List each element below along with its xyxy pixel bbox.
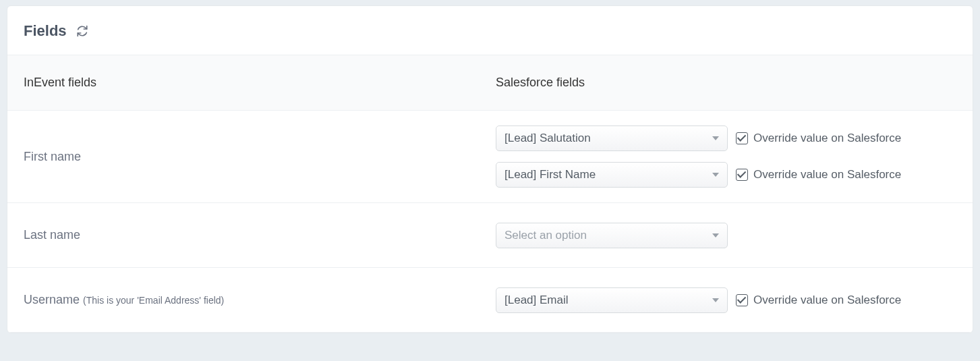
column-header-salesforce: Salesforce fields bbox=[496, 76, 956, 90]
select-value: [Lead] First Name bbox=[505, 168, 596, 182]
field-hint: (This is your 'Email Address' field) bbox=[83, 295, 224, 306]
card-title: Fields bbox=[24, 22, 67, 40]
field-label: Last name bbox=[24, 228, 80, 242]
select-placeholder: Select an option bbox=[505, 229, 587, 242]
table-header: InEvent fields Salesforce fields bbox=[7, 55, 973, 111]
salesforce-field-select[interactable]: [Lead] Email bbox=[496, 287, 728, 313]
override-checkbox-wrap[interactable]: Override value on Salesforce bbox=[736, 294, 901, 307]
select-value: [Lead] Salutation bbox=[505, 132, 591, 145]
field-row-username: Username (This is your 'Email Address' f… bbox=[7, 268, 973, 333]
override-checkbox-wrap[interactable]: Override value on Salesforce bbox=[736, 168, 901, 182]
override-checkbox-wrap[interactable]: Override value on Salesforce bbox=[736, 132, 901, 145]
card-header: Fields bbox=[7, 6, 973, 55]
override-checkbox[interactable] bbox=[736, 132, 748, 144]
salesforce-field-select[interactable]: [Lead] Salutation bbox=[496, 126, 728, 151]
salesforce-field-select[interactable]: [Lead] First Name bbox=[496, 162, 728, 188]
override-label: Override value on Salesforce bbox=[753, 168, 901, 182]
override-checkbox[interactable] bbox=[736, 169, 748, 181]
salesforce-field-select[interactable]: Select an option bbox=[496, 223, 728, 248]
override-label: Override value on Salesforce bbox=[753, 132, 901, 145]
field-label: First name bbox=[24, 150, 81, 163]
column-header-inevent: InEvent fields bbox=[24, 76, 496, 90]
fields-card: Fields InEvent fields Salesforce fields … bbox=[7, 5, 973, 333]
override-checkbox[interactable] bbox=[736, 294, 748, 306]
chevron-down-icon bbox=[712, 298, 719, 302]
field-row-last-name: Last name Select an option bbox=[7, 203, 973, 268]
chevron-down-icon bbox=[712, 233, 719, 238]
field-row-first-name: First name [Lead] Salutation Override va… bbox=[7, 111, 973, 203]
chevron-down-icon bbox=[712, 173, 719, 177]
chevron-down-icon bbox=[712, 136, 719, 140]
select-value: [Lead] Email bbox=[505, 294, 569, 307]
refresh-icon[interactable] bbox=[76, 25, 88, 37]
override-label: Override value on Salesforce bbox=[753, 294, 901, 307]
field-label: Username bbox=[24, 293, 80, 306]
